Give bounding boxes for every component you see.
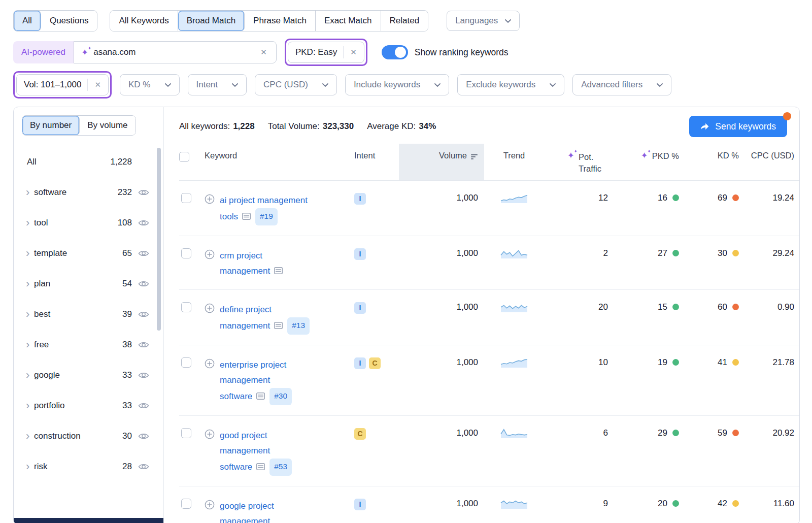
column-header-pot-traffic[interactable]: ✦✦ Pot. Traffic bbox=[544, 144, 613, 180]
keyword-group-row[interactable]: › construction 30 bbox=[21, 421, 151, 451]
eye-icon[interactable] bbox=[132, 188, 151, 197]
kd-value: 60 bbox=[718, 302, 727, 312]
eye-icon[interactable] bbox=[132, 341, 151, 349]
send-keywords-button[interactable]: Send keywords bbox=[689, 116, 787, 137]
keyword-link[interactable]: define projectmanagement #13 bbox=[220, 302, 310, 335]
add-keyword-icon[interactable] bbox=[205, 500, 215, 523]
eye-icon[interactable] bbox=[132, 402, 151, 410]
filter-dropdown-kd-[interactable]: KD % bbox=[120, 74, 179, 95]
tab-questions[interactable]: Questions bbox=[41, 11, 97, 31]
filter-dropdown-advanced-filters[interactable]: Advanced filters bbox=[572, 74, 671, 95]
results-main: All keywords:1,228 Total Volume:323,330 … bbox=[164, 107, 799, 523]
keyword-group-row[interactable]: › software 232 bbox=[21, 177, 151, 208]
pkd-value: 19 bbox=[658, 357, 667, 368]
serp-features-icon[interactable] bbox=[242, 210, 251, 225]
filter-dropdown-include-keywords[interactable]: Include keywords bbox=[345, 74, 449, 95]
tab-broad-match[interactable]: Broad Match bbox=[178, 11, 245, 31]
keyword-group-row[interactable]: › risk 28 bbox=[21, 451, 151, 482]
eye-icon[interactable] bbox=[132, 219, 151, 227]
pkd-filter-chip[interactable]: PKD: Easy ✕ bbox=[288, 42, 364, 63]
clear-search-icon[interactable]: ✕ bbox=[258, 47, 269, 58]
intent-badges: I bbox=[354, 302, 366, 314]
volume-filter-chip[interactable]: Vol: 101–1,000 ✕ bbox=[16, 74, 109, 95]
keyword-group-row[interactable]: › portfolio 33 bbox=[21, 390, 151, 421]
add-keyword-icon[interactable] bbox=[205, 358, 215, 405]
serp-features-icon[interactable] bbox=[256, 389, 265, 405]
kd-dot bbox=[732, 359, 739, 366]
tab-by-volume[interactable]: By volume bbox=[80, 116, 135, 135]
select-all-checkbox[interactable] bbox=[179, 152, 189, 162]
column-header-kd[interactable]: KD % bbox=[679, 144, 739, 180]
tab-phrase-match[interactable]: Phrase Match bbox=[245, 11, 316, 31]
vertical-scrollbar-thumb[interactable] bbox=[157, 148, 161, 331]
volume-header-label: Volume bbox=[439, 151, 467, 160]
keyword-group-row[interactable]: › free 38 bbox=[21, 330, 151, 360]
filter-dropdown-exclude-keywords[interactable]: Exclude keywords bbox=[457, 74, 564, 95]
languages-dropdown[interactable]: Languages bbox=[447, 11, 520, 31]
row-checkbox[interactable] bbox=[181, 248, 191, 258]
keyword-link[interactable]: crm projectmanagement bbox=[220, 248, 283, 279]
volume-value: 1,000 bbox=[399, 345, 484, 415]
serp-features-icon[interactable] bbox=[274, 264, 283, 279]
tab-exact-match[interactable]: Exact Match bbox=[316, 11, 381, 31]
horizontal-scrollbar[interactable] bbox=[14, 518, 163, 523]
row-checkbox[interactable] bbox=[181, 302, 191, 312]
remove-volume-filter-icon[interactable]: ✕ bbox=[92, 79, 103, 90]
keyword-table-row: google projectmanagementtool #36 I 1,000… bbox=[179, 486, 800, 523]
keyword-group-row[interactable]: › plan 54 bbox=[21, 269, 151, 299]
column-header-cpc[interactable]: CPC (USD) bbox=[739, 144, 800, 180]
tab-by-number[interactable]: By number bbox=[22, 116, 80, 135]
filter-dropdown-cpc-usd-[interactable]: CPC (USD) bbox=[255, 74, 337, 95]
eye-icon[interactable] bbox=[132, 371, 151, 379]
serp-features-icon[interactable] bbox=[274, 319, 283, 334]
all-keywords-value: 1,228 bbox=[233, 121, 255, 131]
filter-dropdown-intent[interactable]: Intent bbox=[188, 74, 247, 95]
keyword-link[interactable]: enterprise projectmanagementsoftware #30 bbox=[220, 357, 292, 405]
add-keyword-icon[interactable] bbox=[205, 429, 215, 476]
eye-icon[interactable] bbox=[132, 432, 151, 440]
keyword-group-list: All 1,228 › software 232 › tool 108 › te… bbox=[21, 147, 163, 482]
total-volume-value: 323,330 bbox=[323, 121, 354, 131]
keyword-search-box: ✦✦ ✕ bbox=[74, 41, 277, 63]
pkd-header-label: PKD % bbox=[652, 151, 679, 161]
kd-dot bbox=[732, 194, 739, 201]
remove-pkd-filter-icon[interactable]: ✕ bbox=[348, 47, 359, 58]
keyword-group-row[interactable]: › template 65 bbox=[21, 238, 151, 269]
row-checkbox[interactable] bbox=[181, 193, 191, 203]
group-row-all[interactable]: All 1,228 bbox=[21, 147, 151, 177]
intent-badge-i: I bbox=[354, 499, 366, 510]
keyword-link[interactable]: good projectmanagementsoftware #53 bbox=[220, 428, 292, 476]
keyword-groups-sidebar: By number By volume All 1,228 › software… bbox=[14, 107, 164, 523]
eye-icon[interactable] bbox=[132, 249, 151, 257]
tab-related[interactable]: Related bbox=[381, 11, 428, 31]
eye-icon[interactable] bbox=[132, 310, 151, 318]
tab-all[interactable]: All bbox=[14, 11, 41, 31]
volume-value: 1,000 bbox=[399, 415, 484, 486]
eye-icon[interactable] bbox=[132, 280, 151, 288]
column-header-pkd[interactable]: ✦✦ PKD % bbox=[613, 144, 679, 180]
eye-icon[interactable] bbox=[132, 463, 151, 471]
column-header-volume[interactable]: Volume bbox=[399, 144, 484, 180]
cpc-value: 29.24 bbox=[739, 236, 800, 289]
group-sort-tabs: By number By volume bbox=[22, 115, 136, 136]
serp-features-icon[interactable] bbox=[256, 460, 265, 475]
add-keyword-icon[interactable] bbox=[205, 249, 215, 279]
keyword-link[interactable]: google projectmanagementtool #36 bbox=[220, 499, 274, 523]
group-count: 1,228 bbox=[101, 157, 132, 167]
keyword-group-row[interactable]: › best 39 bbox=[21, 299, 151, 330]
row-checkbox[interactable] bbox=[181, 499, 191, 509]
column-header-keyword: Keyword bbox=[205, 144, 354, 180]
keyword-group-row[interactable]: › google 33 bbox=[21, 360, 151, 390]
row-checkbox[interactable] bbox=[181, 357, 191, 368]
tab-all-keywords[interactable]: All Keywords bbox=[110, 11, 178, 31]
add-keyword-icon[interactable] bbox=[205, 194, 215, 225]
search-input[interactable] bbox=[93, 47, 253, 57]
add-keyword-icon[interactable] bbox=[205, 303, 215, 335]
show-ranking-keywords-toggle[interactable] bbox=[382, 45, 408, 59]
match-type-group: All Keywords Broad Match Phrase Match Ex… bbox=[110, 10, 428, 31]
keyword-group-row[interactable]: › tool 108 bbox=[21, 208, 151, 238]
chevron-down-icon bbox=[322, 83, 328, 87]
row-checkbox[interactable] bbox=[181, 428, 191, 438]
intent-badge-i: I bbox=[354, 302, 366, 314]
keyword-link[interactable]: ai project managementtools #19 bbox=[220, 193, 308, 225]
